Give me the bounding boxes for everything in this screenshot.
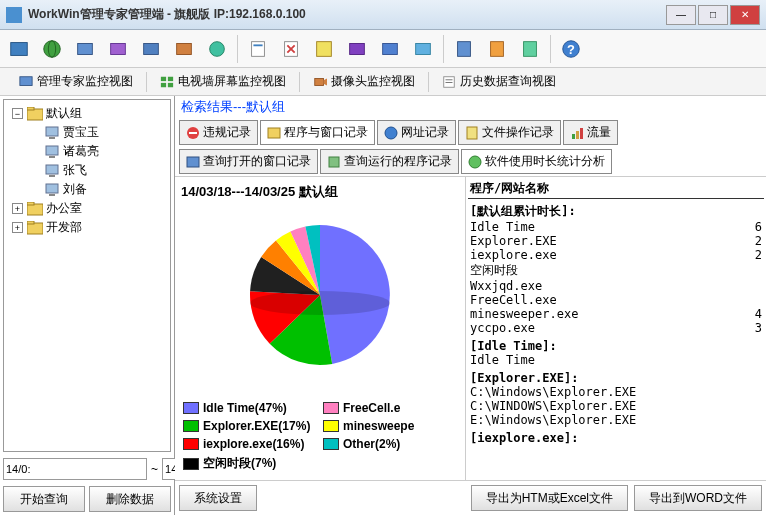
svg-rect-9 xyxy=(253,44,262,46)
svg-rect-29 xyxy=(446,82,453,83)
svg-rect-3 xyxy=(78,43,93,54)
tab-tvwall-view[interactable]: 电视墙屏幕监控视图 xyxy=(151,69,295,94)
svg-point-7 xyxy=(210,41,225,56)
svg-rect-34 xyxy=(46,146,58,155)
list-item[interactable]: Wxxjqd.exe xyxy=(468,279,764,293)
toolbar-btn-10[interactable] xyxy=(309,34,339,64)
tree-group-dev[interactable]: + 开发部 xyxy=(8,218,166,237)
list-item[interactable]: FreeCell.exe xyxy=(468,293,764,307)
tab-camera-view[interactable]: 摄像头监控视图 xyxy=(304,69,424,94)
toolbar-btn-15[interactable] xyxy=(482,34,512,64)
svg-point-54 xyxy=(469,156,481,168)
svg-rect-14 xyxy=(416,43,431,54)
tab-traffic[interactable]: 流量 xyxy=(563,120,618,145)
tab-violation-records[interactable]: 违规记录 xyxy=(179,120,258,145)
list-item[interactable]: C:\Windows\Explorer.EXE xyxy=(468,385,764,399)
svg-rect-25 xyxy=(315,78,324,85)
view-tabs: 管理专家监控视图 电视墙屏幕监控视图 摄像头监控视图 历史数据查询视图 xyxy=(0,68,766,96)
start-query-button[interactable]: 开始查询 xyxy=(3,486,85,512)
svg-rect-0 xyxy=(11,42,28,55)
expander-icon[interactable]: + xyxy=(12,222,23,233)
tab-monitor-view[interactable]: 管理专家监控视图 xyxy=(10,69,142,94)
list-header: 程序/网站名称 xyxy=(468,179,764,199)
list-item[interactable]: Idle Time xyxy=(468,353,764,367)
toolbar-btn-13[interactable] xyxy=(408,34,438,64)
toolbar-btn-11[interactable] xyxy=(342,34,372,64)
toolbar-btn-12[interactable] xyxy=(375,34,405,64)
svg-rect-48 xyxy=(467,127,477,139)
close-button[interactable]: ✕ xyxy=(730,5,760,25)
subtab-usage-stats[interactable]: 软件使用时长统计分析 xyxy=(461,149,612,174)
subtab-window-records[interactable]: 查询打开的窗口记录 xyxy=(179,149,318,174)
toolbar-btn-globe[interactable] xyxy=(37,34,67,64)
svg-rect-41 xyxy=(27,202,34,205)
list-item[interactable]: Idle Time6 xyxy=(468,220,764,234)
toolbar-btn-14[interactable] xyxy=(449,34,479,64)
toolbar-btn-9[interactable] xyxy=(276,34,306,64)
toolbar-btn-8[interactable] xyxy=(243,34,273,64)
svg-point-55 xyxy=(250,291,390,315)
list-item[interactable]: 空闲时段 xyxy=(468,262,764,279)
svg-rect-31 xyxy=(27,107,34,110)
group-tree[interactable]: − 默认组 贾宝玉 诸葛亮 张飞 刘备 + 办公室 + 开发部 xyxy=(3,99,171,452)
toolbar-btn-help[interactable]: ? xyxy=(556,34,586,64)
system-settings-button[interactable]: 系统设置 xyxy=(179,485,257,511)
svg-rect-35 xyxy=(49,156,55,158)
program-list[interactable]: 程序/网站名称 [默认组累计时长]: Idle Time6 Explorer.E… xyxy=(465,177,766,480)
toolbar-btn-5[interactable] xyxy=(136,34,166,64)
tab-history-view[interactable]: 历史数据查询视图 xyxy=(433,69,565,94)
svg-rect-21 xyxy=(161,76,166,80)
tree-user-2[interactable]: 诸葛亮 xyxy=(8,142,166,161)
sidebar: − 默认组 贾宝玉 诸葛亮 张飞 刘备 + 办公室 + 开发部 ~ xyxy=(0,96,175,515)
list-item[interactable]: yccpo.exe3 xyxy=(468,321,764,335)
tab-url-records[interactable]: 网址记录 xyxy=(377,120,456,145)
svg-rect-6 xyxy=(177,43,192,54)
svg-rect-42 xyxy=(27,223,43,234)
tree-user-1[interactable]: 贾宝玉 xyxy=(8,123,166,142)
svg-rect-12 xyxy=(350,43,365,54)
list-section: [iexplore.exe]: xyxy=(468,431,764,445)
list-item[interactable]: C:\WINDOWS\Explorer.EXE xyxy=(468,399,764,413)
tree-user-3[interactable]: 张飞 xyxy=(8,161,166,180)
svg-rect-24 xyxy=(168,82,173,86)
toolbar-btn-6[interactable] xyxy=(169,34,199,64)
toolbar-btn-3[interactable] xyxy=(70,34,100,64)
tree-user-4[interactable]: 刘备 xyxy=(8,180,166,199)
tab-file-records[interactable]: 文件操作记录 xyxy=(458,120,561,145)
tree-group-default[interactable]: − 默认组 xyxy=(8,104,166,123)
svg-rect-43 xyxy=(27,221,34,224)
toolbar-btn-7[interactable] xyxy=(202,34,232,64)
tree-label: 开发部 xyxy=(46,219,82,236)
svg-rect-17 xyxy=(524,41,537,56)
svg-rect-23 xyxy=(161,82,166,86)
export-word-button[interactable]: 导出到WORD文件 xyxy=(634,485,762,511)
svg-rect-15 xyxy=(458,41,471,56)
tree-label: 贾宝玉 xyxy=(63,124,99,141)
tree-group-office[interactable]: + 办公室 xyxy=(8,199,166,218)
toolbar-btn-1[interactable] xyxy=(4,34,34,64)
date-from-input[interactable] xyxy=(3,458,147,480)
svg-rect-11 xyxy=(317,41,332,56)
list-item[interactable]: minesweeper.exe4 xyxy=(468,307,764,321)
delete-data-button[interactable]: 删除数据 xyxy=(89,486,171,512)
list-item[interactable]: Explorer.EXE2 xyxy=(468,234,764,248)
tab-label: 摄像头监控视图 xyxy=(331,73,415,90)
expander-icon[interactable]: + xyxy=(12,203,23,214)
subtab-program-records[interactable]: 查询运行的程序记录 xyxy=(320,149,459,174)
svg-rect-30 xyxy=(27,109,43,120)
svg-rect-39 xyxy=(49,194,55,196)
toolbar-btn-4[interactable] xyxy=(103,34,133,64)
expander-icon[interactable]: − xyxy=(12,108,23,119)
list-section: [Explorer.EXE]: xyxy=(468,371,764,385)
export-htm-excel-button[interactable]: 导出为HTM或Excel文件 xyxy=(471,485,628,511)
tree-label: 张飞 xyxy=(63,162,87,179)
list-item[interactable]: iexplore.exe2 xyxy=(468,248,764,262)
maximize-button[interactable]: □ xyxy=(698,5,728,25)
tree-label: 刘备 xyxy=(63,181,87,198)
toolbar-btn-16[interactable] xyxy=(515,34,545,64)
tab-program-window-records[interactable]: 程序与窗口记录 xyxy=(260,120,375,145)
svg-text:?: ? xyxy=(567,41,575,56)
list-item[interactable]: E:\Windows\Explorer.EXE xyxy=(468,413,764,427)
minimize-button[interactable]: — xyxy=(666,5,696,25)
svg-rect-38 xyxy=(46,184,58,193)
